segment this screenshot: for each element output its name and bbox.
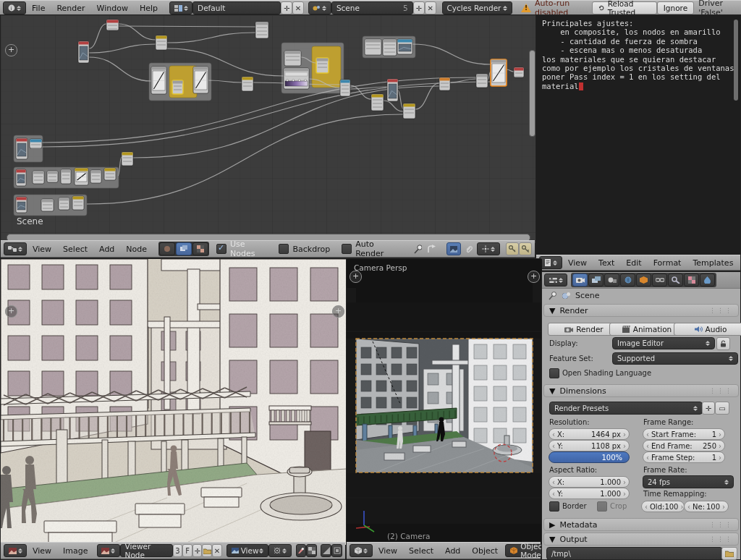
region-expand-plus-icon[interactable]: +	[5, 44, 17, 56]
menu-add[interactable]: Add	[439, 546, 466, 556]
tab-modifiers[interactable]	[668, 273, 683, 287]
region-expand-plus-icon[interactable]: +	[350, 271, 362, 283]
tab-scene[interactable]	[604, 273, 619, 287]
tab-render-layers[interactable]	[588, 273, 604, 287]
resolution-percentage-slider[interactable]: 100%	[549, 451, 630, 463]
copy-node-tree-button[interactable]	[506, 242, 519, 255]
menu-view[interactable]: View	[373, 546, 403, 556]
resolution-x-field[interactable]: X:1464 px	[549, 428, 630, 440]
screen-layout-name-field[interactable]: Default	[192, 1, 281, 14]
pin-icon[interactable]	[413, 244, 422, 254]
editor-type-3dview-button[interactable]	[350, 544, 373, 557]
use-nodes-checkbox[interactable]	[216, 244, 226, 254]
menu-view[interactable]: View	[562, 258, 593, 268]
display-channels-dropdown[interactable]: View	[226, 544, 268, 557]
render-engine-dropdown[interactable]: Cycles Render	[442, 1, 512, 14]
unlink-image-button[interactable]: ✕	[212, 544, 222, 557]
render-presets-dropdown[interactable]: Render Presets	[549, 402, 703, 415]
menu-edit[interactable]: Edit	[620, 258, 647, 268]
backdrop-checkbox[interactable]	[279, 244, 289, 254]
menu-file[interactable]: File	[26, 4, 51, 13]
remap-old-field[interactable]: Old:100	[641, 501, 685, 512]
remove-preset-button[interactable]: ▭	[715, 402, 729, 415]
breadcrumb-scene-label[interactable]: Scene	[575, 291, 600, 300]
scene-icon-button[interactable]	[308, 1, 331, 14]
texture-nodes-button[interactable]	[192, 242, 208, 255]
fake-user-button[interactable]: F	[182, 544, 192, 557]
feature-set-dropdown[interactable]: Supported	[612, 352, 738, 365]
mask-mode-button[interactable]	[306, 544, 317, 557]
menu-node[interactable]: Node	[120, 245, 153, 254]
add-preset-button[interactable]: ✛	[702, 402, 715, 415]
aspect-x-field[interactable]: X:1.000	[549, 476, 630, 488]
ignore-button[interactable]: Ignore	[657, 1, 694, 14]
parent-tree-icon[interactable]	[426, 245, 436, 254]
menu-format[interactable]: Format	[648, 258, 687, 268]
osl-checkbox[interactable]	[549, 368, 559, 378]
frame-step-field[interactable]: Frame Step:1	[643, 451, 725, 463]
tab-material[interactable]	[684, 273, 699, 287]
end-frame-field[interactable]: End Frame:250	[643, 440, 725, 451]
menu-select[interactable]: Select	[403, 546, 439, 556]
panel-header-metadata[interactable]: ▶Metadata⋮⋮⋮	[543, 518, 739, 531]
node-editor-canvas[interactable]: + Scene	[1, 15, 536, 243]
menu-add[interactable]: Add	[93, 245, 120, 254]
pivot-dropdown[interactable]	[268, 544, 292, 557]
render-result-button[interactable]	[446, 242, 461, 255]
tab-texture[interactable]	[700, 273, 715, 287]
lock-interface-button[interactable]	[716, 337, 730, 350]
editor-type-node-button[interactable]	[4, 242, 27, 255]
region-expand-plus-icon[interactable]: +	[332, 305, 344, 318]
image-name-field[interactable]: Viewer Node	[120, 544, 173, 557]
shader-nodes-button[interactable]	[159, 242, 175, 255]
draw-alpha-button[interactable]	[321, 544, 331, 557]
resolution-y-field[interactable]: Y:1108 px	[549, 440, 630, 451]
clip-icon[interactable]	[465, 245, 473, 254]
menu-select[interactable]: Select	[57, 245, 93, 254]
tab-object[interactable]	[636, 273, 651, 287]
display-dropdown[interactable]: Image Editor	[612, 337, 715, 349]
node-editor-vscrollbar[interactable]	[529, 50, 535, 137]
add-scene-button[interactable]: ✛	[413, 1, 425, 14]
text-editor-content[interactable]: Principales ajustes: en composite, los n…	[536, 15, 740, 256]
scene-name-field[interactable]: Scene5	[331, 1, 413, 14]
screen-layout-icon-button[interactable]	[169, 1, 192, 14]
browse-output-folder-button[interactable]	[721, 547, 737, 560]
menu-render[interactable]: Render	[51, 4, 90, 13]
menu-image[interactable]: Image	[57, 546, 93, 556]
text-editor-scrollbar[interactable]	[734, 20, 738, 101]
panel-header-dimensions[interactable]: ▼Dimensions⋮⋮⋮	[543, 384, 739, 397]
menu-view[interactable]: View	[27, 245, 57, 254]
image-datablock-icon-button[interactable]	[97, 544, 120, 557]
panel-header-output[interactable]: ▼Output⋮⋮⋮	[543, 533, 739, 546]
panel-header-render[interactable]: ▼Render⋮⋮⋮	[543, 304, 739, 317]
editor-type-info-button[interactable]: i	[3, 1, 26, 14]
snap-dropdown[interactable]	[477, 242, 500, 255]
paint-mode-button[interactable]	[296, 544, 307, 557]
add-layout-button[interactable]: ✛	[281, 1, 292, 14]
audio-button[interactable]: Audio	[674, 323, 741, 336]
menu-help[interactable]: Help	[134, 4, 164, 13]
editor-type-text-button[interactable]	[539, 256, 562, 269]
pin-icon[interactable]	[548, 291, 557, 300]
compositing-nodes-button[interactable]	[176, 242, 192, 255]
editor-type-image-button[interactable]	[4, 544, 27, 557]
menu-view[interactable]: View	[27, 546, 57, 556]
aspect-y-field[interactable]: Y:1.000	[549, 488, 630, 499]
start-frame-field[interactable]: Start Frame:1	[643, 428, 725, 440]
viewport-3d-canvas[interactable]: Camera Persp (2) Camera	[347, 259, 542, 545]
new-image-button[interactable]: ✛	[192, 544, 203, 557]
tab-render[interactable]	[572, 273, 588, 287]
region-expand-plus-icon[interactable]: +	[528, 271, 540, 283]
draw-zbuffer-button[interactable]	[331, 544, 342, 557]
region-expand-plus-icon[interactable]: +	[5, 305, 17, 318]
menu-templates[interactable]: Templates	[687, 258, 739, 268]
border-checkbox[interactable]	[549, 501, 559, 512]
menu-window[interactable]: Window	[91, 4, 134, 13]
tab-constraints[interactable]	[652, 273, 667, 287]
menu-object[interactable]: Object	[466, 546, 504, 556]
image-users-count-button[interactable]: 3	[173, 544, 183, 557]
remap-new-field[interactable]: Ne:100	[684, 501, 729, 512]
delete-layout-button[interactable]: ✕	[292, 1, 304, 14]
paste-node-tree-button[interactable]	[519, 242, 532, 255]
